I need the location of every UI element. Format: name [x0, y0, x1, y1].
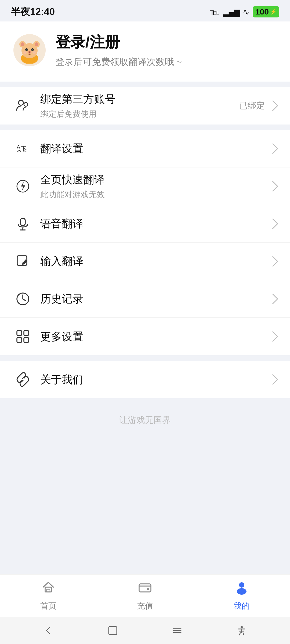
more-settings-content: 更多设置 [40, 329, 267, 344]
svg-point-15 [24, 103, 28, 106]
history-content: 历史记录 [40, 291, 267, 306]
wallet-icon [138, 580, 152, 598]
input-translate-content: 输入翻译 [40, 254, 267, 269]
fullpage-translate-right [267, 182, 277, 190]
home-button[interactable] [103, 621, 122, 640]
svg-rect-29 [17, 338, 22, 342]
nav-mine[interactable]: 我的 [218, 580, 266, 612]
history-item[interactable]: 历史记录 [0, 280, 290, 318]
profile-text: 登录/注册 登录后可免费领取翻译次数哦 ~ [55, 32, 182, 68]
about-us-right [267, 376, 277, 383]
nav-recharge-label: 充值 [137, 601, 153, 612]
svg-point-34 [147, 588, 149, 590]
status-bar: 半夜12:40 ℡ ▂▄▆ ∿ 100 ⚡ [0, 0, 290, 21]
input-translate-label: 输入翻译 [40, 254, 267, 269]
back-button[interactable] [39, 621, 58, 640]
translate-settings-content: 翻译设置 [40, 141, 267, 156]
translate-settings-item[interactable]: A 文 翻译设置 [0, 130, 290, 167]
profile-subtitle: 登录后可免费领取翻译次数哦 ~ [55, 56, 182, 68]
tagline: 让游戏无国界 [0, 404, 290, 431]
bind-status-text: 已绑定 [239, 100, 265, 112]
nav-home-label: 首页 [40, 601, 56, 612]
bottom-nav: 首页 充值 我的 [0, 574, 290, 617]
bind-third-party-label: 绑定第三方账号 [40, 92, 239, 107]
input-translate-item[interactable]: 输入翻译 [0, 243, 290, 280]
profile-section[interactable]: 登录/注册 登录后可免费领取翻译次数哦 ~ [0, 21, 290, 82]
battery-indicator: 100 ⚡ [253, 6, 279, 17]
svg-point-7 [31, 48, 34, 51]
bear-avatar-svg [16, 37, 43, 64]
history-label: 历史记录 [40, 291, 267, 306]
menu-button[interactable] [168, 621, 187, 640]
bind-third-party-right: 已绑定 [239, 100, 277, 112]
svg-point-9 [32, 49, 33, 50]
svg-point-14 [19, 100, 23, 105]
home-icon [41, 580, 56, 598]
more-settings-label: 更多设置 [40, 329, 267, 344]
chevron-icon [267, 218, 278, 229]
fullpage-translate-item[interactable]: 全页快速翻译 此功能对游戏无效 [0, 167, 290, 205]
bind-third-party-item[interactable]: 绑定第三方账号 绑定后免费使用 已绑定 [0, 87, 290, 125]
more-settings-right [267, 333, 277, 340]
fullpage-translate-content: 全页快速翻译 此功能对游戏无效 [40, 172, 267, 200]
translate-settings-right [267, 145, 277, 152]
input-translate-right [267, 258, 277, 265]
bind-third-party-sublabel: 绑定后免费使用 [40, 109, 239, 120]
translate-settings-label: 翻译设置 [40, 141, 267, 156]
svg-rect-28 [24, 331, 29, 335]
voice-translate-right [267, 220, 277, 228]
svg-rect-33 [139, 584, 151, 592]
accessibility-button[interactable] [232, 621, 251, 640]
grid-icon [13, 327, 32, 346]
gesture-bar [0, 617, 290, 644]
fullpage-translate-sublabel: 此功能对游戏无效 [40, 189, 267, 200]
signal-icon: ▂▄▆ [223, 7, 240, 17]
link-icon [13, 370, 32, 389]
svg-point-3 [21, 42, 24, 46]
status-icons: ℡ ▂▄▆ ∿ 100 ⚡ [210, 6, 279, 17]
svg-line-26 [23, 299, 26, 301]
settings-section: A 文 翻译设置 全页 [0, 130, 290, 355]
about-section: 关于我们 [0, 361, 290, 398]
bind-third-party-content: 绑定第三方账号 绑定后免费使用 [40, 92, 239, 120]
wifi-icon: ∿ [243, 7, 249, 17]
svg-point-5 [35, 42, 38, 46]
svg-point-35 [239, 582, 244, 588]
bind-account-section: 绑定第三方账号 绑定后免费使用 已绑定 [0, 87, 290, 125]
lightning-icon [13, 177, 32, 196]
user-icon [234, 580, 249, 598]
svg-point-6 [25, 48, 28, 51]
svg-point-36 [237, 588, 247, 595]
svg-text:文: 文 [23, 148, 27, 152]
svg-point-8 [27, 49, 27, 50]
svg-rect-27 [17, 331, 22, 335]
svg-rect-19 [20, 218, 25, 226]
bluetooth-icon: ℡ [210, 6, 220, 17]
mic-icon [13, 214, 32, 233]
translate-icon: A 文 [13, 139, 32, 158]
main-content: 登录/注册 登录后可免费领取翻译次数哦 ~ 绑定第三方账号 绑定后免费使用 已绑… [0, 21, 290, 507]
about-us-item[interactable]: 关于我们 [0, 361, 290, 398]
nav-recharge[interactable]: 充值 [121, 580, 169, 612]
chevron-icon [267, 256, 278, 267]
clock-icon [13, 290, 32, 308]
svg-point-12 [23, 51, 27, 54]
voice-translate-item[interactable]: 语音翻译 [0, 205, 290, 243]
fullpage-translate-label: 全页快速翻译 [40, 172, 267, 187]
chevron-icon [267, 143, 278, 154]
people-icon [13, 96, 32, 115]
history-right [267, 295, 277, 303]
voice-translate-content: 语音翻译 [40, 216, 267, 231]
nav-mine-label: 我的 [234, 601, 250, 612]
about-us-content: 关于我们 [40, 372, 267, 387]
chevron-icon [267, 374, 278, 385]
voice-translate-label: 语音翻译 [40, 216, 267, 231]
about-us-label: 关于我们 [40, 372, 267, 387]
chevron-icon [267, 294, 278, 304]
avatar[interactable] [13, 34, 46, 66]
svg-point-41 [241, 626, 243, 628]
status-time: 半夜12:40 [11, 5, 55, 19]
more-settings-item[interactable]: 更多设置 [0, 318, 290, 355]
svg-point-13 [32, 51, 36, 54]
nav-home[interactable]: 首页 [24, 580, 73, 612]
